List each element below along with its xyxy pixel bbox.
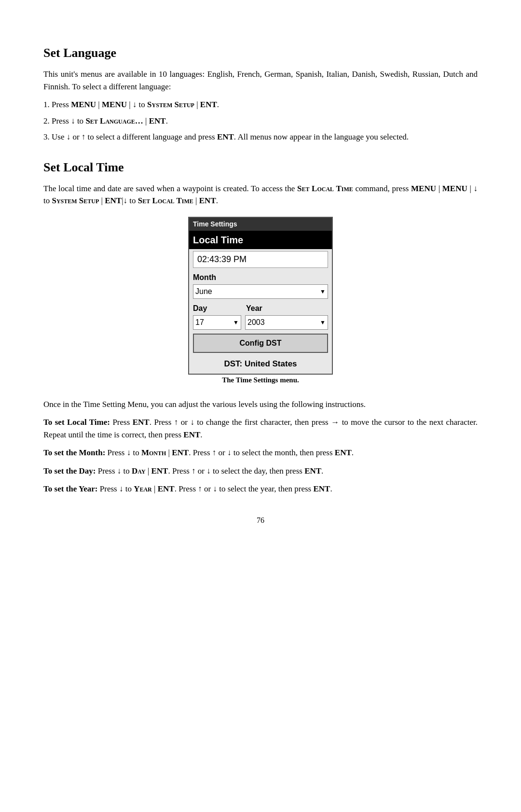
month-smallcaps: Month <box>141 448 166 457</box>
ent-bold-1: ENT <box>200 100 217 109</box>
set-language-heading: Set Language <box>43 43 478 62</box>
ts-day-dropdown[interactable]: 17 ▼ <box>193 315 241 330</box>
ent-inline-3: ENT <box>172 448 189 457</box>
set-local-time-label-2: Set Local Time <box>138 196 193 205</box>
set-local-time-smallcaps: Set Local Time <box>297 184 353 193</box>
ts-year-dropdown[interactable]: 2003 ▼ <box>245 315 328 330</box>
ts-day-arrow: ▼ <box>233 318 239 327</box>
body-para-3-lead: To set the Month: <box>43 448 105 457</box>
ts-day-year-row: 17 ▼ 2003 ▼ <box>189 314 332 332</box>
ent-bold-4: ENT <box>105 196 122 205</box>
body-para-2-lead: To set Local Time: <box>43 418 110 427</box>
ts-title-bar: Time Settings <box>189 218 332 231</box>
ts-dst-label: DST: United States <box>189 355 332 374</box>
ts-day-label: Day <box>193 303 246 314</box>
ent-bold-3: ENT <box>217 132 234 141</box>
ent-inline-7: ENT <box>158 484 175 493</box>
menu-bold-4: MENU <box>442 184 467 193</box>
step-3: 3. Use ↓ or ↑ to select a different lang… <box>43 131 478 143</box>
ent-inline-8: ENT <box>313 484 330 493</box>
ent-inline-4: ENT <box>335 448 352 457</box>
body-para-3: To set the Month: Press ↓ to Month | ENT… <box>43 447 478 459</box>
ts-year-label: Year <box>246 303 262 314</box>
ent-bold-5: ENT <box>199 196 216 205</box>
step-1: 1. Press MENU | MENU | ↓ to System Setup… <box>43 98 478 111</box>
ts-time-value: 02:43:39 PM <box>193 251 328 268</box>
year-smallcaps: Year <box>134 484 152 493</box>
ts-config-dst-button[interactable]: Config DST <box>193 334 328 353</box>
ent-inline-5: ENT <box>151 466 168 476</box>
body-para-1: Once in the Time Setting Menu, you can a… <box>43 398 478 411</box>
day-smallcaps: Day <box>132 466 146 476</box>
ts-year-value: 2003 <box>247 317 265 328</box>
ts-month-dropdown[interactable]: June ▼ <box>193 284 328 299</box>
set-local-time-heading: Set Local Time <box>43 158 478 177</box>
set-language-label: Set Language… <box>85 116 143 126</box>
menu-bold-1: MENU <box>71 100 96 109</box>
menu-bold-2: MENU <box>102 100 127 109</box>
body-para-5-lead: To set the Year: <box>43 484 98 493</box>
body-para-4: To set the Day: Press ↓ to Day | ENT. Pr… <box>43 465 478 477</box>
ent-inline-1: ENT <box>133 418 150 427</box>
page-number: 76 <box>43 515 478 526</box>
ent-bold-2: ENT <box>149 116 166 126</box>
step-2: 2. Press ↓ to Set Language… | ENT. <box>43 115 478 127</box>
ent-inline-6: ENT <box>304 466 321 476</box>
ts-month-dropdown-row[interactable]: June ▼ <box>189 283 332 301</box>
ts-month-value: June <box>195 286 212 297</box>
ts-month-arrow: ▼ <box>320 287 326 296</box>
body-para-4-lead: To set the Day: <box>43 466 96 476</box>
system-setup-label: System Setup <box>147 100 194 109</box>
ts-local-time-label: Local Time <box>189 231 332 249</box>
set-local-time-intro: The local time and date are saved when a… <box>43 182 478 207</box>
body-para-2: To set Local Time: Press ENT. Press ↑ or… <box>43 416 478 441</box>
time-settings-container: Time Settings Local Time 02:43:39 PM Mon… <box>43 217 478 393</box>
ts-day-year-labels: Day Year <box>189 301 332 314</box>
set-language-intro: This unit's menus are available in 10 la… <box>43 68 478 93</box>
ts-month-label: Month <box>189 270 332 283</box>
system-setup-label-2: System Setup <box>52 196 99 205</box>
ts-day-value: 17 <box>195 317 204 328</box>
body-para-5: To set the Year: Press ↓ to Year | ENT. … <box>43 483 478 495</box>
menu-bold-3: MENU <box>411 184 436 193</box>
ts-year-arrow: ▼ <box>320 318 326 327</box>
time-settings-box: Time Settings Local Time 02:43:39 PM Mon… <box>188 217 333 375</box>
ent-inline-2: ENT <box>183 430 200 439</box>
ts-caption: The Time Settings menu. <box>222 375 299 386</box>
